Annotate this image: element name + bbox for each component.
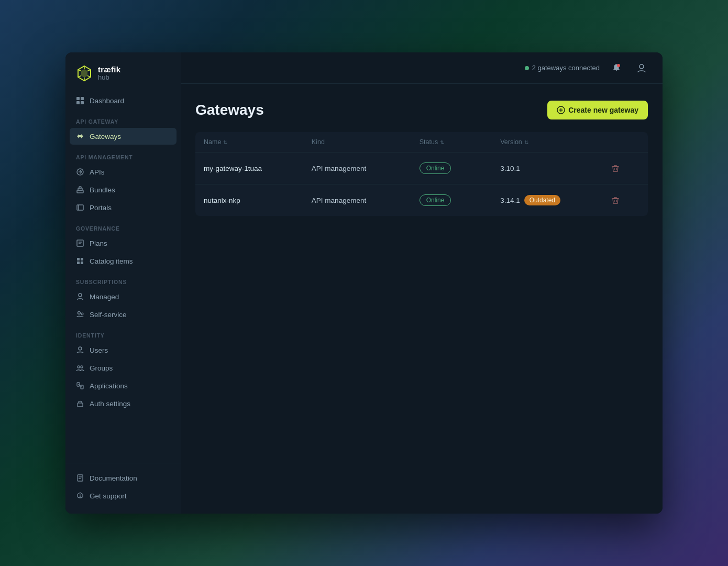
sidebar-item-groups[interactable]: Groups: [70, 360, 177, 376]
create-new-gateway-button[interactable]: Create new gateway: [547, 101, 648, 119]
users-icon: [76, 346, 84, 354]
row2-status-badge: Online: [420, 194, 451, 206]
sidebar-label-groups: Groups: [90, 364, 113, 372]
logo-area: træfik hub: [65, 52, 181, 92]
row1-delete-button[interactable]: [608, 161, 623, 176]
row2-delete-button[interactable]: [608, 193, 623, 208]
managed-icon: [76, 292, 84, 301]
sort-icon-version[interactable]: ⇅: [524, 139, 528, 145]
svg-rect-20: [77, 262, 80, 264]
sidebar-item-get-support[interactable]: Get support: [70, 487, 177, 504]
sort-icon-status[interactable]: ⇅: [440, 139, 444, 145]
svg-rect-30: [78, 403, 83, 407]
sidebar-label-apis: APIs: [90, 168, 105, 176]
sidebar-item-portals[interactable]: Portals: [70, 199, 177, 216]
bundles-icon: [76, 186, 84, 194]
sidebar-item-applications[interactable]: Applications: [70, 377, 177, 394]
svg-point-22: [79, 293, 82, 297]
trash-icon: [611, 164, 620, 172]
row2-version: 3.14.1 Outdated: [500, 195, 608, 205]
user-avatar-button[interactable]: [633, 60, 650, 77]
sidebar-label-support: Get support: [90, 492, 127, 500]
row2-actions: [608, 193, 639, 208]
svg-point-27: [81, 366, 83, 368]
svg-point-25: [79, 347, 82, 350]
row1-kind: API management: [312, 165, 420, 172]
th-version: Version ⇅: [500, 138, 608, 146]
sidebar-label-selfservice: Self-service: [90, 311, 127, 319]
catalog-icon: [76, 257, 84, 265]
row2-outdated-badge: Outdated: [524, 195, 560, 205]
sidebar-item-users[interactable]: Users: [70, 342, 177, 358]
sort-icon-name[interactable]: ⇅: [223, 139, 227, 145]
sidebar-label-portals: Portals: [90, 204, 112, 212]
svg-point-23: [78, 312, 81, 314]
sidebar-nav: Dashboard API GATEWAY Gateways API MANAG…: [65, 92, 181, 459]
gateways-connected-label: 2 gateways connected: [532, 64, 600, 72]
applications-icon: [76, 382, 84, 390]
th-name: Name ⇅: [204, 138, 312, 146]
sidebar-item-managed[interactable]: Managed: [70, 288, 177, 305]
svg-rect-15: [79, 187, 81, 188]
plans-icon: [76, 239, 84, 247]
row2-kind: API management: [312, 197, 420, 204]
selfservice-icon: [76, 310, 84, 319]
sidebar-item-auth-settings[interactable]: Auth settings: [70, 395, 177, 412]
sidebar-label-managed: Managed: [90, 293, 119, 301]
authsettings-icon: [76, 399, 84, 408]
documentation-icon: [76, 474, 84, 482]
app-window: træfik hub Dashboard API GATEWAY: [65, 52, 663, 514]
sidebar-item-selfservice[interactable]: Self-service: [70, 306, 177, 323]
th-kind: Kind: [312, 138, 420, 146]
sidebar-item-catalog[interactable]: Catalog items: [70, 253, 177, 269]
plus-circle-icon: [557, 106, 565, 114]
section-subscriptions: SUBSCRIPTIONS: [70, 270, 177, 288]
row2-name: nutanix-nkp: [204, 197, 312, 204]
table-row[interactable]: my-gateway-1tuaa API management Online 3…: [195, 153, 648, 184]
logo-icon: [76, 65, 93, 82]
main-content: 2 gateways connected Gateways: [181, 52, 663, 514]
row2-status: Online: [420, 194, 500, 206]
gateways-status: 2 gateways connected: [525, 64, 600, 72]
sidebar-item-apis[interactable]: APIs: [70, 164, 177, 180]
sidebar-item-bundles[interactable]: Bundles: [70, 181, 177, 198]
gateways-icon: [76, 132, 84, 140]
row1-status-badge: Online: [420, 162, 451, 174]
table-row[interactable]: nutanix-nkp API management Online 3.14.1…: [195, 184, 648, 216]
gateways-table: Name ⇅ Kind Status ⇅ Version ⇅: [195, 132, 648, 216]
svg-point-32: [617, 64, 620, 67]
status-dot: [525, 66, 529, 70]
section-api-management: API MANAGEMENT: [70, 146, 177, 164]
table-header: Name ⇅ Kind Status ⇅ Version ⇅: [195, 132, 648, 153]
page-header: Gateways Create new gateway: [195, 101, 648, 119]
notification-button[interactable]: [608, 60, 625, 77]
sidebar-label-documentation: Documentation: [90, 474, 137, 482]
sidebar-item-gateways[interactable]: Gateways: [70, 128, 177, 145]
section-identity: IDENTITY: [70, 324, 177, 342]
svg-marker-1: [81, 69, 87, 78]
apis-icon: [76, 168, 84, 176]
sidebar-item-dashboard[interactable]: Dashboard: [70, 92, 177, 109]
row1-status: Online: [420, 162, 500, 174]
sidebar-item-documentation[interactable]: Documentation: [70, 470, 177, 486]
support-icon: [76, 492, 84, 500]
page-title: Gateways: [195, 102, 264, 118]
sidebar-label-bundles: Bundles: [90, 186, 115, 194]
logo-sub: hub: [98, 74, 120, 81]
sidebar-label-catalog: Catalog items: [90, 257, 133, 265]
sidebar-label-gateways: Gateways: [90, 133, 121, 140]
user-icon: [637, 63, 646, 73]
svg-rect-21: [81, 262, 83, 264]
svg-rect-16: [77, 205, 83, 210]
trash-icon: [611, 196, 620, 204]
sidebar-item-plans[interactable]: Plans: [70, 235, 177, 252]
bell-icon: [612, 63, 621, 73]
svg-rect-10: [76, 101, 80, 104]
svg-rect-17: [77, 240, 83, 246]
sidebar-bottom: Documentation Get support: [65, 463, 181, 505]
svg-rect-8: [76, 97, 80, 100]
sidebar-label-auth-settings: Auth settings: [90, 400, 130, 408]
logo-brand: træfik: [98, 66, 120, 74]
dashboard-icon: [76, 96, 84, 105]
sidebar-label-dashboard: Dashboard: [90, 97, 124, 105]
